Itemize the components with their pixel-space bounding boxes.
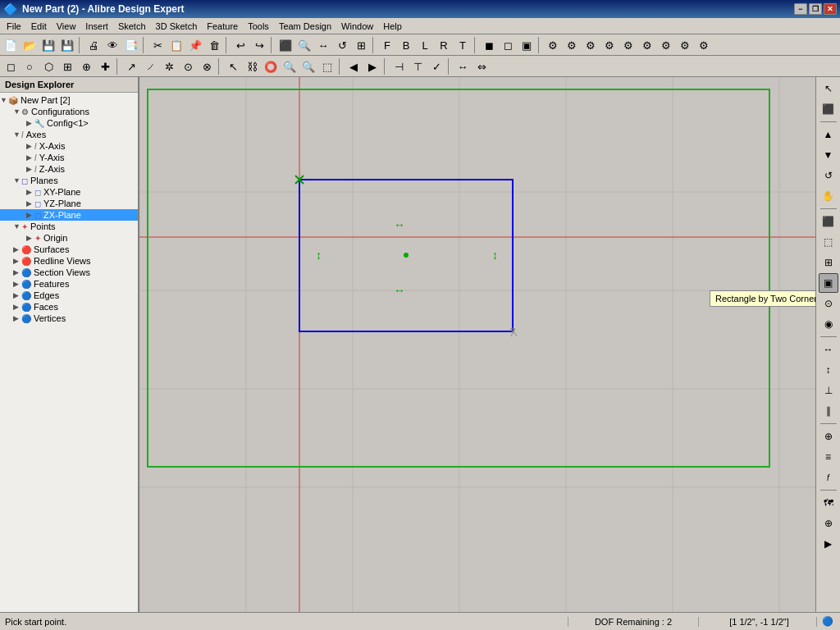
sketch-tool-4[interactable]: ⊞ [58,57,76,75]
zoom-out-tool[interactable]: 🔍 [299,57,317,75]
chain-select-tool[interactable]: ⛓ [243,57,261,75]
loop-select-tool[interactable]: ⭕ [262,57,280,75]
tree-item-configurations[interactable]: ▼⚙Configurations [0,106,138,117]
rt-tool4[interactable]: ⊙ [819,294,838,313]
rt-tool3[interactable]: ⊞ [819,253,838,272]
expand-features[interactable]: ▶ [13,280,21,288]
view-right-button[interactable]: R [435,36,453,54]
prev-view-button[interactable]: ◀ [345,57,363,75]
tree-item-z-axis[interactable]: ▶/Z-Axis [0,163,138,175]
next-view-button[interactable]: ▶ [363,57,381,75]
expand-planes[interactable]: ▼ [13,176,21,185]
expand-redline-views[interactable]: ▶ [13,257,21,265]
expand-x-axis[interactable]: ▶ [26,142,34,150]
sketch-tool-8[interactable]: ⟋ [141,57,159,75]
tree-item-origin[interactable]: ▶✦Origin [0,232,138,244]
expand-zx-plane[interactable]: ▶ [26,211,34,219]
minimize-button[interactable]: − [794,3,807,15]
save-all-button[interactable]: 💾 [58,36,76,54]
view-pan-button[interactable]: ↔ [314,36,332,54]
tree-item-new-part[interactable]: ▼📦New Part [2] [0,94,138,106]
expand-y-axis[interactable]: ▶ [26,153,34,162]
open-button[interactable]: 📂 [21,36,39,54]
sketch-tool-10[interactable]: ⊙ [179,57,197,75]
tree-item-redline-views[interactable]: ▶🔴Redline Views [0,255,138,267]
tree-item-x-axis[interactable]: ▶/X-Axis [0,140,138,152]
undo-button[interactable]: ↩ [231,36,249,54]
rt-tool9[interactable]: ∥ [819,401,838,421]
menu-item-edit[interactable]: Edit [26,18,52,34]
save-button[interactable]: 💾 [39,36,57,54]
rt-rect-tool[interactable]: ▣ [819,273,838,293]
sketch-tool-1[interactable]: ◻ [2,57,20,75]
view-normal-button[interactable]: ⬛ [276,36,294,54]
menu-item-help[interactable]: Help [378,18,407,34]
rt-tool6[interactable]: ↔ [819,340,838,359]
rt-pan-up-button[interactable]: ▲ [819,125,838,144]
rt-tool1[interactable]: ⬛ [819,212,838,231]
display-shaded-button[interactable]: ◼ [480,36,498,54]
tree-item-surfaces[interactable]: ▶🔴Surfaces [0,244,138,255]
print-preview-button[interactable]: 👁 [103,36,121,54]
tool-c[interactable]: ⚙ [582,36,600,54]
tool-a[interactable]: ⚙ [544,36,562,54]
close-button[interactable]: ✕ [824,3,837,15]
view-left-button[interactable]: L [416,36,434,54]
menu-item-team-design[interactable]: Team Design [274,18,336,34]
redo-button[interactable]: ↪ [250,36,268,54]
menu-item-file[interactable]: File [2,18,26,34]
tree-item-zx-plane[interactable]: ▶◻ZX-Plane [0,209,138,221]
rt-tool8[interactable]: ⊥ [819,381,838,400]
tool-f[interactable]: ⚙ [638,36,656,54]
rt-select-button[interactable]: ↖ [819,79,838,98]
view-top-button[interactable]: T [454,36,472,54]
display-hidden-button[interactable]: ▣ [518,36,536,54]
sketch-tool-7[interactable]: ↗ [122,57,140,75]
export-pdf-button[interactable]: 📑 [122,36,140,54]
tool-b[interactable]: ⚙ [563,36,581,54]
tree-item-config1[interactable]: ▶🔧Config<1> [0,117,138,129]
rt-tool14[interactable]: ⊕ [819,514,838,533]
expand-faces[interactable]: ▶ [13,303,21,311]
view-rotate-button[interactable]: ↺ [333,36,351,54]
tree-item-points[interactable]: ▼✦Points [0,221,138,232]
tree-item-y-axis[interactable]: ▶/Y-Axis [0,152,138,163]
tool-d[interactable]: ⚙ [600,36,619,54]
rt-tool5[interactable]: ◉ [819,314,838,334]
constraint-tool-1[interactable]: ⊣ [390,57,408,75]
menu-item-view[interactable]: View [52,18,81,34]
tree-item-faces[interactable]: ▶🔵Faces [0,301,138,313]
rt-tool12[interactable]: f [819,468,838,487]
tree-item-yz-plane[interactable]: ▶◻YZ-Plane [0,198,138,209]
expand-axes[interactable]: ▼ [13,130,21,139]
menu-item-feature[interactable]: Feature [202,18,243,34]
rt-tool7[interactable]: ↕ [819,360,838,380]
tool-h[interactable]: ⚙ [676,36,694,54]
tree-item-planes[interactable]: ▼◻Planes [0,175,138,186]
tool-g[interactable]: ⚙ [657,36,675,54]
rt-tool10[interactable]: ⊕ [819,427,838,446]
canvas-area[interactable]: ↔ ↕ ↕ ↔ Rectangle by Two Corners [139,77,815,612]
tree-item-axes[interactable]: ▼/Axes [0,129,138,140]
expand-section-views[interactable]: ▶ [13,268,21,276]
new-button[interactable]: 📄 [2,36,20,54]
tool-e[interactable]: ⚙ [619,36,637,54]
select-tool[interactable]: ↖ [224,57,242,75]
rt-pan-button[interactable]: ✋ [819,186,838,206]
expand-configurations[interactable]: ▼ [13,107,21,116]
rt-pan-down-button[interactable]: ▼ [819,145,838,165]
view-front-button[interactable]: F [378,36,396,54]
expand-yz-plane[interactable]: ▶ [26,199,34,208]
sketch-canvas[interactable]: ↔ ↕ ↕ ↔ [139,77,815,612]
tree-item-features[interactable]: ▶🔵Features [0,278,138,290]
tree-item-section-views[interactable]: ▶🔵Section Views [0,267,138,278]
rt-zoom-button[interactable]: ⬛ [819,99,838,119]
copy-button[interactable]: 📋 [167,36,185,54]
rt-tool2[interactable]: ⬚ [819,232,838,252]
expand-z-axis[interactable]: ▶ [26,165,34,173]
zoom-in-tool[interactable]: 🔍 [281,57,299,75]
print-button[interactable]: 🖨 [84,36,103,54]
expand-origin[interactable]: ▶ [26,234,34,242]
tree-item-vertices[interactable]: ▶🔵Vertices [0,313,138,324]
rt-tool15[interactable]: ▶ [819,534,838,554]
